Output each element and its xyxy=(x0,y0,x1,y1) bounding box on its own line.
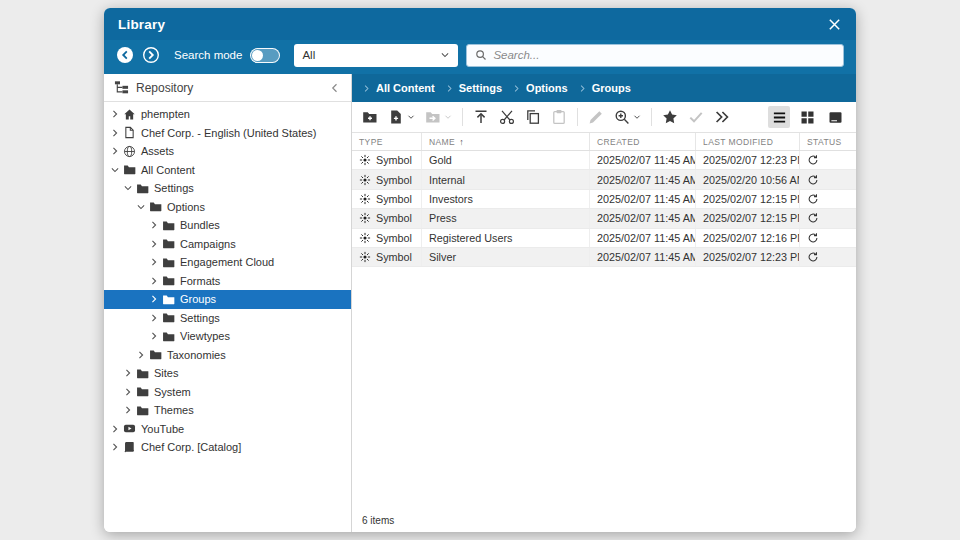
view-details-button[interactable] xyxy=(824,106,846,128)
folder-icon xyxy=(149,200,162,213)
tree-item-campaigns[interactable]: Campaigns xyxy=(104,235,351,254)
table-row-internal[interactable]: SymbolInternal2025/02/07 11:45 AM2025/02… xyxy=(352,170,856,189)
toggle-knob xyxy=(252,50,263,61)
type-label: Symbol xyxy=(376,232,412,244)
cell-last-modified: 2025/02/20 10:56 AM xyxy=(696,170,800,188)
view-list-button[interactable] xyxy=(768,106,790,128)
cell-created: 2025/02/07 11:45 AM xyxy=(590,151,696,169)
type-label: Symbol xyxy=(376,154,412,166)
new-folder-icon xyxy=(362,109,378,125)
tree-item-sites[interactable]: Sites xyxy=(104,364,351,383)
tree-item-assets[interactable]: Assets xyxy=(104,142,351,161)
table-row-gold[interactable]: SymbolGold2025/02/07 11:45 AM2025/02/07 … xyxy=(352,151,856,170)
tree-item-engagement-cloud[interactable]: Engagement Cloud xyxy=(104,253,351,272)
column-header-name[interactable]: Name↑ xyxy=(422,133,590,150)
tree-item-formats[interactable]: Formats xyxy=(104,272,351,291)
chevron-right-icon xyxy=(123,368,133,378)
search-in-folder-button[interactable] xyxy=(614,109,641,125)
tree-item-all-content[interactable]: All Content xyxy=(104,161,351,180)
tree-item-themes[interactable]: Themes xyxy=(104,401,351,420)
tree-item-settings[interactable]: Settings xyxy=(104,309,351,328)
cell-last-modified: 2025/02/07 12:23 PM xyxy=(696,151,800,169)
cell-type: Symbol xyxy=(352,170,422,188)
bookmark-button[interactable] xyxy=(662,109,678,125)
sort-asc-icon: ↑ xyxy=(459,137,464,147)
cell-status xyxy=(800,170,856,188)
folder-icon xyxy=(149,348,162,361)
new-doc-icon xyxy=(388,109,404,125)
cell-status xyxy=(800,248,856,266)
sidebar-collapse-button[interactable] xyxy=(329,82,341,94)
column-header-last-modified[interactable]: Last Modified xyxy=(696,133,800,150)
symbol-type-icon xyxy=(359,212,371,224)
cell-status xyxy=(800,151,856,169)
back-button[interactable] xyxy=(116,46,134,64)
table-row-press[interactable]: SymbolPress2025/02/07 11:45 AM2025/02/07… xyxy=(352,209,856,228)
cell-type: Symbol xyxy=(352,151,422,169)
cell-name: Silver xyxy=(422,248,590,266)
table-row-registered-users[interactable]: SymbolRegistered Users2025/02/07 11:45 A… xyxy=(352,229,856,248)
tree-item-chef-corp-english-united-states[interactable]: Chef Corp. - English (United States) xyxy=(104,124,351,143)
created-label: 2025/02/07 11:45 AM xyxy=(597,251,696,263)
tree-item-bundles[interactable]: Bundles xyxy=(104,216,351,235)
pencil-icon xyxy=(588,109,604,125)
tree-item-viewtypes[interactable]: Viewtypes xyxy=(104,327,351,346)
status-bar: 6 items xyxy=(352,508,856,532)
table-row-investors[interactable]: SymbolInvestors2025/02/07 11:45 AM2025/0… xyxy=(352,190,856,209)
table-row-silver[interactable]: SymbolSilver2025/02/07 11:45 AM2025/02/0… xyxy=(352,248,856,267)
cut-button[interactable] xyxy=(499,109,515,125)
chevron-down-icon xyxy=(633,113,641,121)
folder-arrow-icon xyxy=(425,109,441,125)
breadcrumb: All ContentSettingsOptionsGroups xyxy=(352,74,856,102)
copy-button[interactable] xyxy=(525,109,541,125)
tree-item-phempten[interactable]: phempten xyxy=(104,105,351,124)
tree-item-label: System xyxy=(154,386,191,398)
column-header-label: Type xyxy=(359,137,383,147)
tree-item-taxonomies[interactable]: Taxonomies xyxy=(104,346,351,365)
forward-button[interactable] xyxy=(142,46,160,64)
publication-status-icon xyxy=(807,212,819,224)
upload-button[interactable] xyxy=(473,109,489,125)
publication-status-icon xyxy=(807,154,819,166)
breadcrumb-item-all-content[interactable]: All Content xyxy=(376,82,435,94)
folder-icon xyxy=(162,274,175,287)
tree-item-youtube[interactable]: YouTube xyxy=(104,420,351,439)
new-content-button[interactable] xyxy=(388,109,415,125)
tree-item-options[interactable]: Options xyxy=(104,198,351,217)
repository-sidebar: Repository phemptenChef Corp. - English … xyxy=(104,74,352,532)
chevron-right-icon xyxy=(110,424,120,434)
close-button[interactable] xyxy=(827,17,842,32)
name-label: Press xyxy=(429,212,457,224)
column-header-type[interactable]: Type xyxy=(352,133,422,150)
chevron-right-icon xyxy=(123,387,133,397)
created-label: 2025/02/07 11:45 AM xyxy=(597,212,696,224)
new-folder-button[interactable] xyxy=(362,109,378,125)
view-thumbnails-button[interactable] xyxy=(796,106,818,128)
search-mode-toggle[interactable] xyxy=(250,48,280,63)
folder-icon xyxy=(136,182,149,195)
breadcrumb-item-groups[interactable]: Groups xyxy=(592,82,631,94)
cell-created: 2025/02/07 11:45 AM xyxy=(590,248,696,266)
cell-type: Symbol xyxy=(352,190,422,208)
copy-to-folder-button xyxy=(425,109,452,125)
filter-dropdown[interactable]: All xyxy=(294,44,458,67)
star-icon xyxy=(662,109,678,125)
double-chevron-icon xyxy=(714,109,730,125)
search-input[interactable] xyxy=(493,49,835,61)
breadcrumb-chevron-icon xyxy=(362,84,371,93)
tree-item-groups[interactable]: Groups xyxy=(104,290,351,309)
breadcrumb-item-options[interactable]: Options xyxy=(526,82,568,94)
more-actions-button[interactable] xyxy=(714,109,730,125)
library-window: Library Search mode All Repos xyxy=(104,8,856,532)
breadcrumb-item-settings[interactable]: Settings xyxy=(459,82,502,94)
tree-item-label: Campaigns xyxy=(180,238,236,250)
chevron-right-icon xyxy=(149,239,159,249)
view-grid-icon xyxy=(800,110,815,125)
tree-item-settings[interactable]: Settings xyxy=(104,179,351,198)
column-header-status[interactable]: Status xyxy=(800,133,856,150)
last-modified-label: 2025/02/07 12:23 PM xyxy=(703,251,800,263)
column-header-created[interactable]: Created xyxy=(590,133,696,150)
tree-item-chef-corp-catalog[interactable]: Chef Corp. [Catalog] xyxy=(104,438,351,457)
tree-item-system[interactable]: System xyxy=(104,383,351,402)
tree-item-label: Chef Corp. - English (United States) xyxy=(141,127,316,139)
